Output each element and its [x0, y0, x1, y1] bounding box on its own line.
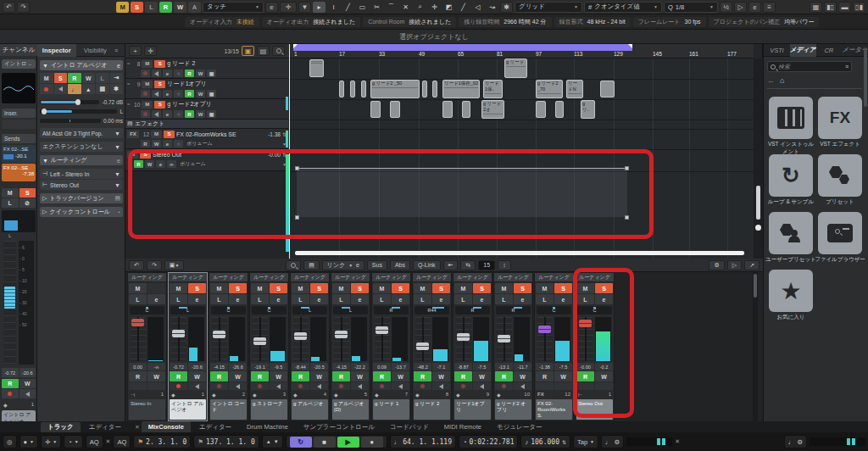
fader[interactable] [334, 317, 349, 361]
listen-button[interactable]: L [96, 73, 109, 83]
mute-button[interactable]: M [576, 283, 594, 293]
tab-chord-pads[interactable]: コードパッド [383, 421, 436, 432]
mute-button[interactable]: M [127, 151, 138, 159]
channel-name[interactable]: g アルペジオ (D) [332, 399, 369, 420]
record-button[interactable]: ● [361, 437, 383, 448]
monitor-icon[interactable] [270, 382, 287, 390]
lane-icon[interactable]: ▦ [207, 70, 216, 77]
record-enable-icon[interactable] [210, 382, 228, 390]
volume-slider[interactable] [40, 100, 99, 104]
output-routing[interactable]: ⊢Stereo Out▼ [40, 180, 123, 190]
routing-header[interactable]: ルーティング [128, 273, 166, 282]
send-slot-1[interactable]: FX 02-..SE -20.1 [2, 145, 36, 163]
lane-icon[interactable]: ▤ [96, 84, 109, 94]
channel-name[interactable]: Stereo In [129, 399, 165, 420]
undo-icon[interactable]: ↶ [3, 2, 15, 13]
write-button[interactable]: W [310, 371, 328, 381]
pan-control[interactable]: L [333, 306, 368, 315]
automation-panel-button[interactable]: e [265, 2, 278, 13]
fader[interactable] [537, 317, 553, 361]
edit-channel-icon[interactable]: e [163, 70, 172, 77]
inspector-track-title[interactable]: ▼イントロ アルペジオe [40, 60, 123, 70]
channel-name[interactable]: g アルペジオ [292, 399, 328, 420]
mixer-channel-g-lead-1[interactable]: ルーティング MS Le R 0.09-13.7 RW ◆7 g リード 1 [371, 272, 411, 421]
record-enable-icon[interactable] [141, 70, 150, 77]
routing-header[interactable]: ルーティング [494, 273, 532, 282]
click-settings-right[interactable]: ♩⚙ [784, 435, 807, 448]
record-enable-icon[interactable] [40, 84, 53, 94]
play-button[interactable]: ▶ [337, 437, 359, 448]
solo-button[interactable]: S [554, 283, 572, 293]
routing-header[interactable]: ルーティング [413, 273, 451, 282]
solo-button[interactable]: S [351, 283, 369, 293]
close-icon[interactable]: ✕ [106, 438, 111, 445]
tool-hand[interactable]: ✛ [428, 2, 441, 13]
record-enable-icon[interactable] [292, 382, 309, 390]
routing-header[interactable]: ルーティング [291, 273, 329, 282]
record-mode-dropdown[interactable]: ●▼ [19, 435, 38, 448]
fader[interactable] [415, 317, 431, 361]
mute-button[interactable]: M [495, 283, 513, 293]
channel-name[interactable]: Stereo Out [576, 399, 613, 420]
quantize-value-dropdown[interactable]: Q1/8▼ [664, 2, 718, 13]
arrangement-area[interactable]: g リード g リード2 _50 リード1保存_02 リード1保.. g リード… [288, 58, 754, 259]
write-button[interactable]: W [432, 371, 450, 381]
goto-first-icon[interactable]: ⇤ [443, 260, 459, 270]
bypass-icon[interactable]: ○ [174, 110, 183, 118]
pan-control[interactable]: C [577, 306, 612, 315]
tab-modulators[interactable]: モジュレーター [490, 421, 548, 432]
write-button[interactable]: W [145, 160, 154, 168]
setup-toolbar-icon[interactable]: ▦ [810, 2, 822, 13]
read-button[interactable]: R [170, 371, 187, 381]
write-button[interactable]: W [392, 371, 409, 381]
edit-button[interactable]: e [351, 294, 369, 304]
midi-clip[interactable]: g リード [504, 58, 527, 78]
read-button[interactable]: R [292, 371, 309, 381]
solo-button[interactable]: S [154, 81, 165, 88]
tool-line[interactable]: ╱ [457, 2, 470, 13]
solo-button[interactable]: S [154, 101, 165, 109]
undo-icon[interactable]: ↶ [129, 260, 144, 270]
record-enable-icon[interactable] [251, 382, 269, 390]
pan-control[interactable]: C [211, 306, 246, 315]
zoom-palette-icon[interactable]: ↕ [498, 260, 511, 270]
lock-icon[interactable]: ▲ [82, 84, 96, 94]
routing-header[interactable]: ルーティング [576, 273, 614, 282]
mute-all-button[interactable]: M [116, 2, 129, 13]
channel-track-selector[interactable]: イントロ .. [2, 59, 36, 69]
stop-button[interactable]: ■ [314, 437, 336, 448]
edit-channel-icon[interactable]: e [156, 160, 165, 168]
pan-control[interactable]: L [292, 306, 327, 315]
fader[interactable] [293, 317, 309, 361]
fx-track-row[interactable]: FX12MSFX 02-RoomWorks SE-1.38⇅ RWe○ボリューム… [125, 129, 288, 149]
framerate-status[interactable]: フレームレート30 fps [633, 17, 706, 27]
pan-control[interactable]: C [537, 306, 571, 315]
tempo-field[interactable]: ♪106.000⇅ [520, 435, 570, 448]
fader[interactable] [212, 317, 227, 361]
tool-split[interactable]: ✂ [370, 2, 383, 13]
tab-editor-left[interactable]: エディター [82, 421, 128, 432]
monitor-icon[interactable] [432, 382, 450, 390]
tab-track[interactable]: トラック [41, 422, 81, 432]
channel-name[interactable]: イントロ アルペジオ [170, 399, 206, 420]
tool-audition[interactable]: ◁ [471, 2, 484, 13]
read-button[interactable]: R [129, 371, 147, 381]
mute-button[interactable]: M [251, 283, 269, 293]
pan-law-status[interactable]: プロジェクトのパン補正均等パワー [709, 17, 820, 27]
mixer-view-dropdown[interactable]: ▣ ▼ [164, 260, 185, 270]
solo-button[interactable]: S [154, 60, 165, 68]
cycle-start-handle[interactable] [293, 44, 298, 48]
section-track-versions[interactable]: ▷トラックバージョン▤ [40, 193, 123, 203]
write-button[interactable]: W [188, 371, 206, 381]
write-button[interactable]: W [270, 371, 287, 381]
aq-button-left[interactable]: AQ [86, 435, 103, 448]
iterative-quantize-button[interactable]: ½ [720, 2, 732, 13]
home-icon[interactable]: ⌂ [780, 76, 784, 85]
tile-favorites[interactable]: ★ [769, 270, 813, 312]
write-button[interactable]: W [473, 371, 491, 381]
listen-button[interactable]: L [251, 294, 269, 304]
tool-scrub[interactable]: ↝ [486, 2, 498, 13]
tool-select[interactable]: ▸ [313, 2, 326, 13]
channel-count-value[interactable]: 15 [478, 260, 495, 270]
mute-button[interactable]: M [142, 101, 153, 109]
